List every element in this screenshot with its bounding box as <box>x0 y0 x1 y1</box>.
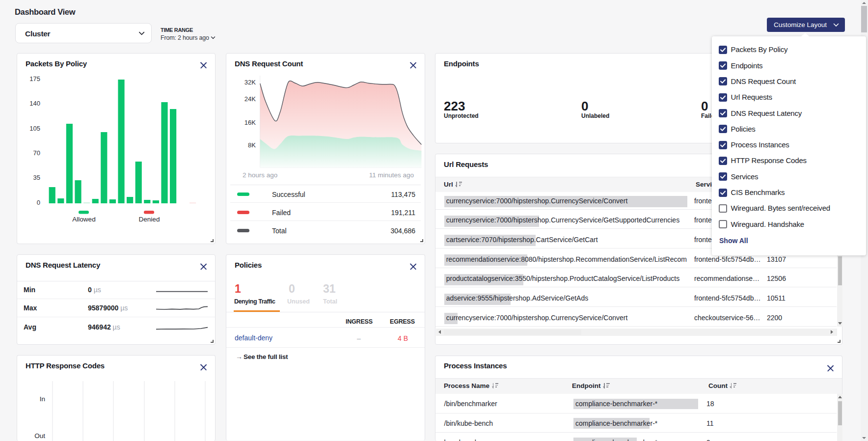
svg-text:In: In <box>40 395 45 403</box>
svg-text:175: 175 <box>29 75 40 83</box>
svg-text:8K: 8K <box>248 141 256 149</box>
svg-text:35: 35 <box>33 174 40 181</box>
svg-text:140: 140 <box>29 100 40 107</box>
svg-text:24K: 24K <box>244 95 256 103</box>
svg-text:16K: 16K <box>244 119 256 126</box>
svg-text:Out: Out <box>34 432 45 440</box>
svg-text:Denied: Denied <box>139 216 160 223</box>
svg-text:32K: 32K <box>244 79 256 86</box>
svg-text:0: 0 <box>37 199 40 206</box>
svg-text:2 hours ago: 2 hours ago <box>243 171 277 179</box>
svg-text:11 minutes ago: 11 minutes ago <box>369 171 414 179</box>
svg-text:70: 70 <box>33 149 40 157</box>
svg-text:Allowed: Allowed <box>72 216 95 223</box>
svg-text:105: 105 <box>29 125 40 132</box>
